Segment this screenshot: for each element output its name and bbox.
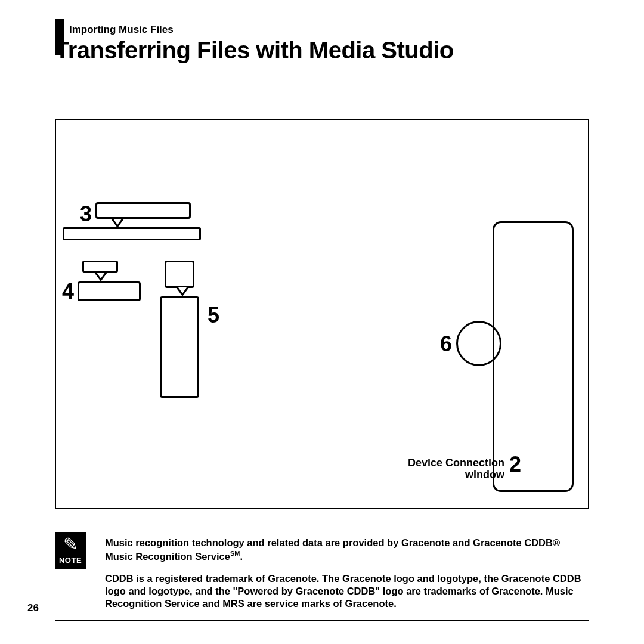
callout-2-number: 2 (509, 452, 521, 477)
callout-4-box (78, 281, 141, 301)
callout-3-pointer (111, 219, 124, 228)
callout-4-pointer (94, 273, 107, 281)
callout-4-source-box (82, 261, 118, 273)
device-connection-window-box (493, 221, 574, 492)
breadcrumb: Importing Music Files (69, 24, 174, 36)
bottom-rule (55, 620, 589, 621)
callout-3-box (95, 202, 191, 219)
note-paragraph-1: Music recognition technology and related… (105, 537, 589, 563)
pencil-icon: ✎ (55, 533, 86, 556)
callout-3-target-bar (63, 227, 201, 240)
callout-6-number: 6 (440, 332, 452, 357)
callout-5-number: 5 (208, 303, 219, 328)
device-connection-label-line1: Device Connection (408, 457, 504, 469)
note-paragraph-2: CDDB is a registered trademark of Gracen… (105, 572, 589, 610)
callout-5-pointer (176, 287, 189, 296)
note-icon: ✎ NOTE (55, 532, 86, 569)
callout-5-source-box (165, 261, 194, 288)
callout-4-number: 4 (62, 279, 74, 304)
page-number: 26 (27, 602, 39, 614)
device-connection-label-line2: window (465, 469, 504, 481)
callout-3-number: 3 (80, 202, 92, 227)
note-label: NOTE (55, 556, 86, 565)
callout-5-box (160, 296, 199, 398)
page-title: Transferring Files with Media Studio (55, 37, 454, 64)
